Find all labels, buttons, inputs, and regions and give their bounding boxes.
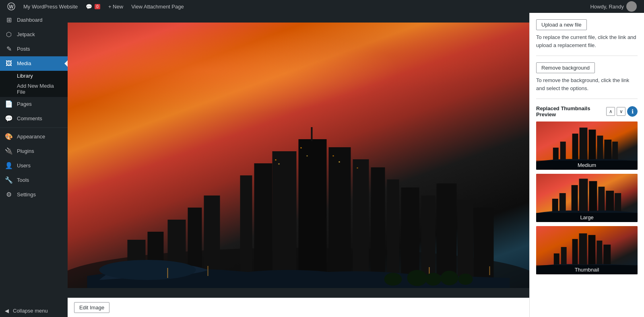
collapse-arrow-icon: ◀ (5, 308, 9, 314)
submenu-library[interactable]: Library (0, 71, 68, 81)
svg-rect-24 (301, 147, 302, 148)
svg-rect-7 (311, 127, 313, 141)
svg-point-34 (407, 270, 427, 286)
thumbnail-large-label: Large (536, 213, 638, 222)
svg-point-38 (384, 273, 402, 286)
sidebar-item-comments-label: Comments (17, 115, 42, 122)
submenu-library-label: Library (17, 73, 33, 79)
svg-point-35 (425, 273, 442, 286)
sidebar-item-settings[interactable]: ⚙ Settings (0, 187, 68, 202)
thumbnail-item-thumbnail[interactable]: Thumbnail (536, 226, 638, 274)
thumbnail-medium-label: Medium (536, 161, 638, 170)
plugins-icon: 🔌 (5, 147, 13, 155)
svg-point-29 (99, 260, 196, 280)
thumbnails-collapse-up-button[interactable]: ∧ (606, 107, 615, 116)
sidebar-item-dashboard[interactable]: ⊞ Dashboard (0, 13, 68, 27)
adminbar-site-name-label: My WordPress Website (23, 4, 78, 10)
svg-point-37 (458, 274, 473, 285)
posts-icon: ✎ (5, 45, 13, 53)
svg-point-36 (441, 271, 458, 285)
sidebar-item-tools-label: Tools (17, 177, 29, 184)
upload-new-file-button[interactable]: Upload a new file (536, 19, 587, 30)
svg-rect-10 (371, 167, 385, 288)
howdy-text: Howdy, Randy (590, 4, 624, 10)
sidebar-item-media-label: Media (17, 60, 31, 67)
sidebar-item-posts-label: Posts (17, 45, 30, 53)
chevron-down-icon: ∨ (619, 109, 623, 114)
svg-rect-6 (299, 139, 327, 288)
dashboard-icon: ⊞ (5, 16, 13, 24)
svg-rect-27 (339, 161, 340, 163)
thumbnails-action-button[interactable]: ℹ (627, 106, 638, 117)
thumbnail-item-medium[interactable]: Medium (536, 121, 638, 170)
main-image-panel: Edit Image (68, 13, 529, 317)
media-icon: 🖼 (5, 60, 13, 68)
sidebar-item-comments[interactable]: 💬 Comments (0, 111, 68, 126)
svg-rect-5 (272, 151, 297, 288)
remove-bg-description: To remove the background, click the link… (536, 76, 638, 92)
adminbar-new[interactable]: + New (104, 0, 127, 13)
sidebar-item-settings-label: Settings (17, 191, 36, 198)
adminbar-site-name[interactable]: My WordPress Website (19, 0, 82, 13)
svg-rect-9 (353, 159, 369, 288)
appearance-icon: 🎨 (5, 133, 13, 141)
section-divider-1 (536, 56, 638, 56)
svg-rect-4 (254, 163, 272, 288)
adminbar-wp-logo[interactable]: W (3, 0, 19, 13)
upload-section: Upload a new file To replace the current… (536, 19, 638, 49)
svg-rect-25 (307, 155, 308, 156)
adminbar-view-attachment[interactable]: View Attachment Page (127, 0, 188, 13)
section-divider-2 (536, 99, 638, 99)
jetpack-icon: ⬡ (5, 31, 13, 39)
pages-icon: 📄 (5, 100, 13, 108)
media-submenu: Library Add New Media File (0, 71, 68, 97)
sidebar-item-posts[interactable]: ✎ Posts (0, 42, 68, 56)
thumbnails-collapse-down-button[interactable]: ∨ (617, 107, 625, 116)
sidebar-item-users[interactable]: 👤 Users (0, 158, 68, 173)
sidebar-item-jetpack[interactable]: ⬡ Jetpack (0, 27, 68, 42)
submenu-add-new-label: Add New Media File (17, 83, 54, 95)
chevron-up-icon: ∧ (609, 109, 613, 114)
thumbnails-section: Replaced Thumbnails Preview ∧ ∨ ℹ (536, 105, 638, 278)
wp-logo-icon: W (7, 2, 15, 10)
svg-text:W: W (9, 4, 14, 10)
submenu-add-new[interactable]: Add New Media File (0, 81, 68, 97)
sidebar-item-pages[interactable]: 📄 Pages (0, 97, 68, 111)
svg-rect-28 (357, 167, 358, 169)
thumbnail-medium-image: Medium (536, 121, 638, 170)
svg-rect-26 (333, 155, 334, 156)
circle-action-icon: ℹ (632, 108, 634, 115)
svg-rect-3 (240, 175, 252, 288)
comment-count-badge: 0 (95, 4, 100, 9)
adminbar-howdy[interactable]: Howdy, Randy (586, 1, 641, 12)
thumbnail-thumb-image: Thumbnail (536, 226, 638, 274)
user-avatar (626, 1, 637, 12)
thumbnail-item-large[interactable]: Large (536, 174, 638, 222)
collapse-menu-button[interactable]: ◀ Collapse menu (0, 305, 68, 317)
sidebar-item-dashboard-label: Dashboard (17, 16, 43, 24)
tools-icon: 🔧 (5, 176, 13, 184)
edit-image-bar: Edit Image (68, 298, 529, 317)
adminbar-view-attachment-label: View Attachment Page (131, 4, 184, 10)
svg-rect-22 (275, 159, 277, 161)
edit-image-button[interactable]: Edit Image (74, 302, 109, 313)
right-sidebar: Upload a new file To replace the current… (529, 13, 644, 317)
adminbar-new-label: + New (108, 4, 123, 10)
content-area: Edit Image Upload a new file To replace … (68, 13, 644, 317)
sidebar-item-appearance-label: Appearance (17, 133, 45, 140)
menu-separator-1 (0, 128, 68, 128)
adminbar-comments[interactable]: 💬 0 (82, 0, 104, 13)
sidebar-item-plugins[interactable]: 🔌 Plugins (0, 144, 68, 158)
thumbnails-header: Replaced Thumbnails Preview ∧ ∨ ℹ (536, 105, 638, 117)
attachment-image (68, 23, 529, 288)
attachment-image-wrapper (68, 13, 529, 298)
remove-background-section: Remove background To remove the backgrou… (536, 62, 638, 92)
thumbnails-title: Replaced Thumbnails Preview (536, 105, 606, 117)
sidebar-item-media[interactable]: 🖼 Media (0, 56, 68, 71)
comments-icon: 💬 (5, 115, 13, 123)
comment-icon: 💬 (86, 4, 92, 10)
sidebar-item-appearance[interactable]: 🎨 Appearance (0, 130, 68, 144)
sidebar-item-plugins-label: Plugins (17, 148, 34, 155)
sidebar-item-tools[interactable]: 🔧 Tools (0, 173, 68, 187)
remove-background-button[interactable]: Remove background (536, 62, 595, 73)
